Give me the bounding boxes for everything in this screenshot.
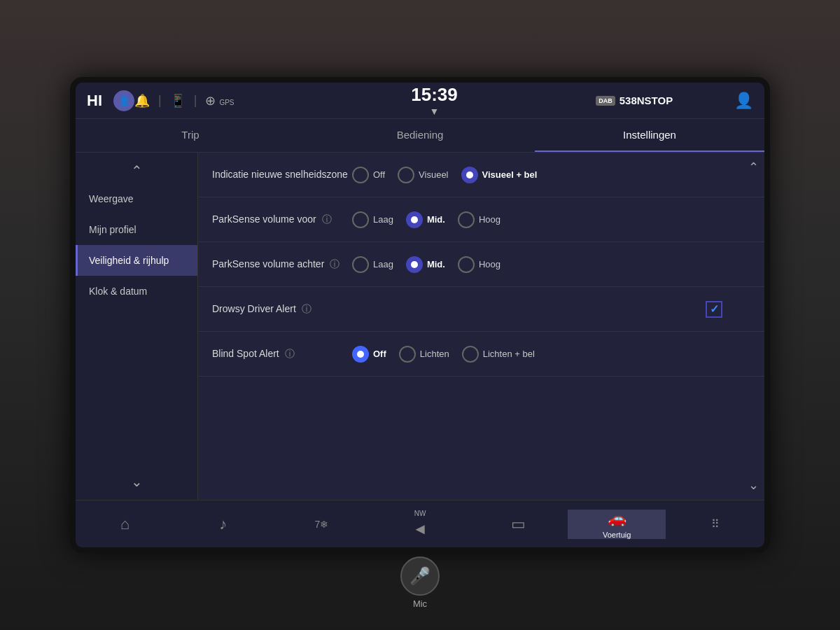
- blind-spot-info-icon[interactable]: ⓘ: [285, 348, 295, 359]
- snelheidszone-label: Indicatie nieuwe snelheidszone: [212, 168, 352, 182]
- parksense-voor-hoog-radio[interactable]: [458, 211, 475, 228]
- infotainment-screen: HI 👤 🔔 | 📱 | ⊕ GPS 15:39 ▼ DAB 538NSTOP …: [70, 77, 770, 553]
- snelheidszone-visueel[interactable]: Visueel: [398, 167, 448, 183]
- status-time: 15:39 ▼: [335, 84, 535, 117]
- blind-spot-options: Off Lichten Lichten + bel: [352, 346, 750, 363]
- blind-spot-lichten-bel-radio[interactable]: [462, 346, 479, 363]
- phone-icon[interactable]: 📱: [170, 93, 186, 108]
- parksense-achter-hoog-radio[interactable]: [458, 256, 475, 273]
- tab-bediening[interactable]: Bediening: [305, 119, 535, 152]
- voertuig-label: Voertuig: [603, 531, 631, 539]
- status-bar: HI 👤 🔔 | 📱 | ⊕ GPS 15:39 ▼ DAB 538NSTOP …: [76, 83, 764, 119]
- parksense-achter-hoog[interactable]: Hoog: [458, 256, 500, 273]
- parksense-achter-options: Laag Mid. Hoog: [352, 256, 750, 273]
- nav-home[interactable]: ⌂: [76, 515, 174, 533]
- radio-info: DAB 538NSTOP: [534, 94, 734, 106]
- parksense-achter-laag-radio[interactable]: [352, 256, 369, 273]
- navigation-icon: ◄: [412, 520, 428, 538]
- mic-label: Mic: [413, 598, 427, 609]
- setting-row-parksense-achter: ParkSense volume achter ⓘ Laag Mid.: [198, 242, 764, 287]
- dab-badge: DAB: [596, 96, 615, 106]
- snelheidszone-off[interactable]: Off: [352, 167, 385, 183]
- snelheidszone-visueel-radio[interactable]: [398, 167, 414, 183]
- home-icon: ⌂: [120, 515, 130, 533]
- sidebar-item-veiligheid[interactable]: Veiligheid & rijhulp: [76, 245, 197, 276]
- setting-row-parksense-voor: ParkSense volume voor ⓘ Laag Mid.: [198, 197, 764, 242]
- nav-media[interactable]: ♪: [174, 515, 273, 533]
- blind-spot-lichten-radio[interactable]: [399, 346, 416, 363]
- parksense-voor-label: ParkSense volume voor ⓘ: [212, 213, 352, 227]
- parksense-voor-laag-radio[interactable]: [352, 211, 369, 228]
- climate-icon: 7❄: [315, 519, 329, 530]
- scroll-arrows: ⌃ ⌄: [742, 153, 764, 500]
- parksense-voor-hoog[interactable]: Hoog: [458, 211, 500, 228]
- media-icon: ♪: [219, 515, 227, 533]
- parksense-achter-label: ParkSense volume achter ⓘ: [212, 258, 352, 272]
- setting-row-drowsy-driver: Drowsy Driver Alert ⓘ: [198, 287, 764, 332]
- scroll-down-arrow[interactable]: ⌄: [748, 477, 759, 493]
- tab-instellingen[interactable]: Instellingen: [535, 119, 764, 152]
- sidebar: ⌃ Weergave Mijn profiel Veiligheid & rij…: [76, 153, 198, 500]
- nav-navigation[interactable]: NW ◄: [371, 510, 470, 538]
- user-profile-icon[interactable]: 👤: [734, 92, 753, 110]
- gps-icon[interactable]: ⊕ GPS: [205, 93, 234, 108]
- blind-spot-lichten[interactable]: Lichten: [399, 346, 449, 363]
- radio-station: 538NSTOP: [620, 94, 673, 106]
- mic-container: 🎤 Mic: [400, 556, 440, 609]
- scroll-up-arrow[interactable]: ⌃: [748, 160, 759, 175]
- sidebar-item-klok-datum[interactable]: Klok & datum: [76, 276, 197, 307]
- snelheidszone-options: Off Visueel Visueel + bel: [352, 167, 750, 183]
- content-area: ⌃ Weergave Mijn profiel Veiligheid & rij…: [76, 153, 764, 500]
- main-panel: Indicatie nieuwe snelheidszone Off Visue…: [198, 153, 764, 500]
- parksense-voor-info-icon[interactable]: ⓘ: [322, 214, 332, 225]
- parksense-achter-mid-radio[interactable]: [406, 256, 423, 273]
- snelheidszone-visueel-bel-radio[interactable]: [461, 167, 478, 183]
- drowsy-driver-info-icon[interactable]: ⓘ: [302, 303, 312, 314]
- settings-list: Indicatie nieuwe snelheidszone Off Visue…: [198, 153, 764, 500]
- voertuig-icon: 🚗: [608, 510, 626, 528]
- blind-spot-lichten-bel[interactable]: Lichten + bel: [462, 346, 535, 363]
- nav-apps[interactable]: ⠿: [666, 517, 764, 531]
- status-icons: 🔔 | 📱 | ⊕ GPS: [134, 93, 335, 108]
- parksense-voor-mid[interactable]: Mid.: [406, 211, 445, 228]
- snelheidszone-visueel-bel[interactable]: Visueel + bel: [461, 167, 538, 183]
- sidebar-item-weergave[interactable]: Weergave: [76, 183, 197, 214]
- setting-row-snelheidszone: Indicatie nieuwe snelheidszone Off Visue…: [198, 153, 764, 197]
- nav-climate[interactable]: 7❄: [272, 519, 371, 530]
- nav-direction-label: NW: [414, 510, 426, 517]
- parksense-achter-laag[interactable]: Laag: [352, 256, 393, 273]
- snelheidszone-off-radio[interactable]: [352, 167, 369, 183]
- nav-voertuig[interactable]: 🚗 Voertuig: [568, 510, 666, 539]
- parksense-achter-mid[interactable]: Mid.: [406, 256, 445, 273]
- parksense-voor-mid-radio[interactable]: [406, 211, 423, 228]
- parksense-achter-info-icon[interactable]: ⓘ: [330, 258, 340, 270]
- bottom-nav: ⌂ ♪ 7❄ NW ◄ ▭ 🚗 Voertuig ⠿: [76, 500, 764, 547]
- bell-icon[interactable]: 🔔: [134, 93, 150, 108]
- phone-nav-icon: ▭: [511, 515, 526, 533]
- avatar-icon[interactable]: 👤: [113, 90, 134, 111]
- nav-phone[interactable]: ▭: [469, 515, 568, 533]
- sidebar-item-mijn-profiel[interactable]: Mijn profiel: [76, 214, 197, 245]
- drowsy-driver-checkbox-container: [352, 301, 750, 318]
- blind-spot-off[interactable]: Off: [352, 346, 386, 363]
- drowsy-driver-label: Drowsy Driver Alert ⓘ: [212, 302, 352, 316]
- mic-button[interactable]: 🎤: [400, 556, 440, 596]
- parksense-voor-laag[interactable]: Laag: [352, 211, 393, 228]
- apps-icon: ⠿: [711, 517, 720, 531]
- tab-trip[interactable]: Trip: [76, 119, 305, 152]
- blind-spot-label: Blind Spot Alert ⓘ: [212, 347, 352, 361]
- tab-bar: Trip Bediening Instellingen: [76, 119, 764, 153]
- blind-spot-off-radio[interactable]: [352, 346, 369, 363]
- sidebar-down-button[interactable]: ⌄: [76, 469, 197, 494]
- drowsy-driver-checkbox[interactable]: [706, 301, 722, 318]
- parksense-voor-options: Laag Mid. Hoog: [352, 211, 750, 228]
- setting-row-blind-spot: Blind Spot Alert ⓘ Off Lichten: [198, 332, 764, 377]
- hi-label: HI: [87, 92, 102, 110]
- sidebar-up-button[interactable]: ⌃: [76, 158, 197, 183]
